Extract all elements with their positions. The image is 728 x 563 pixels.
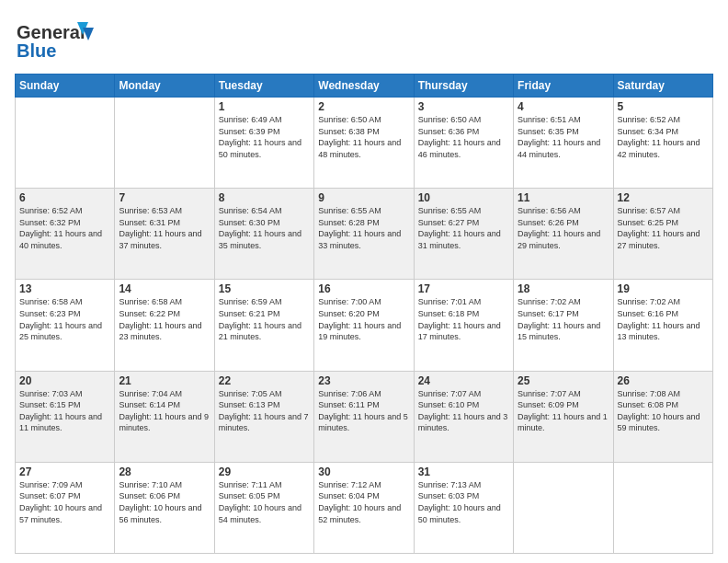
day-number: 24 <box>418 374 509 387</box>
calendar-cell: 19Sunrise: 7:02 AM Sunset: 6:16 PM Dayli… <box>613 280 712 371</box>
calendar-cell: 4Sunrise: 6:51 AM Sunset: 6:35 PM Daylig… <box>514 98 613 189</box>
col-thursday: Thursday <box>414 75 513 98</box>
calendar-cell: 24Sunrise: 7:07 AM Sunset: 6:10 PM Dayli… <box>414 371 513 462</box>
day-number: 31 <box>418 465 509 478</box>
day-number: 13 <box>19 282 110 295</box>
day-number: 1 <box>219 100 310 113</box>
calendar-week-row: 20Sunrise: 7:03 AM Sunset: 6:15 PM Dayli… <box>16 371 713 462</box>
day-number: 7 <box>119 191 210 204</box>
calendar-cell: 10Sunrise: 6:55 AM Sunset: 6:27 PM Dayli… <box>414 189 513 280</box>
day-number: 18 <box>518 282 609 295</box>
day-info: Sunrise: 6:53 AM Sunset: 6:31 PM Dayligh… <box>119 205 210 251</box>
calendar-table: Sunday Monday Tuesday Wednesday Thursday… <box>15 74 713 554</box>
day-number: 5 <box>618 100 709 113</box>
day-info: Sunrise: 7:04 AM Sunset: 6:14 PM Dayligh… <box>119 388 210 434</box>
day-number: 22 <box>219 374 310 387</box>
day-info: Sunrise: 7:13 AM Sunset: 6:03 PM Dayligh… <box>418 479 509 525</box>
calendar-cell: 14Sunrise: 6:58 AM Sunset: 6:22 PM Dayli… <box>115 280 214 371</box>
day-info: Sunrise: 7:02 AM Sunset: 6:17 PM Dayligh… <box>518 296 609 342</box>
day-info: Sunrise: 7:00 AM Sunset: 6:20 PM Dayligh… <box>318 296 409 342</box>
calendar-cell: 9Sunrise: 6:55 AM Sunset: 6:28 PM Daylig… <box>314 189 414 280</box>
calendar-cell: 20Sunrise: 7:03 AM Sunset: 6:15 PM Dayli… <box>16 371 115 462</box>
day-number: 10 <box>418 191 509 204</box>
calendar-cell: 17Sunrise: 7:01 AM Sunset: 6:18 PM Dayli… <box>414 280 513 371</box>
header: General Blue <box>15 15 713 66</box>
day-info: Sunrise: 6:54 AM Sunset: 6:30 PM Dayligh… <box>219 205 310 251</box>
calendar-cell: 28Sunrise: 7:10 AM Sunset: 6:06 PM Dayli… <box>115 462 214 553</box>
calendar-cell: 7Sunrise: 6:53 AM Sunset: 6:31 PM Daylig… <box>115 189 214 280</box>
day-number: 30 <box>318 465 409 478</box>
calendar-cell: 18Sunrise: 7:02 AM Sunset: 6:17 PM Dayli… <box>514 280 613 371</box>
day-info: Sunrise: 7:11 AM Sunset: 6:05 PM Dayligh… <box>219 479 310 525</box>
svg-text:General: General <box>17 22 85 42</box>
day-info: Sunrise: 6:49 AM Sunset: 6:39 PM Dayligh… <box>219 114 310 160</box>
calendar-cell: 22Sunrise: 7:05 AM Sunset: 6:13 PM Dayli… <box>214 371 313 462</box>
calendar-cell: 8Sunrise: 6:54 AM Sunset: 6:30 PM Daylig… <box>214 189 313 280</box>
calendar-header-row: Sunday Monday Tuesday Wednesday Thursday… <box>16 75 713 98</box>
calendar-cell: 23Sunrise: 7:06 AM Sunset: 6:11 PM Dayli… <box>314 371 414 462</box>
day-info: Sunrise: 6:57 AM Sunset: 6:25 PM Dayligh… <box>618 205 709 251</box>
day-number: 4 <box>518 100 609 113</box>
day-number: 29 <box>219 465 310 478</box>
calendar-cell: 6Sunrise: 6:52 AM Sunset: 6:32 PM Daylig… <box>16 189 115 280</box>
day-number: 2 <box>318 100 409 113</box>
day-info: Sunrise: 7:01 AM Sunset: 6:18 PM Dayligh… <box>418 296 509 342</box>
day-info: Sunrise: 6:50 AM Sunset: 6:36 PM Dayligh… <box>418 114 509 160</box>
day-info: Sunrise: 7:02 AM Sunset: 6:16 PM Dayligh… <box>618 296 709 342</box>
day-info: Sunrise: 6:52 AM Sunset: 6:34 PM Dayligh… <box>618 114 709 160</box>
day-info: Sunrise: 7:12 AM Sunset: 6:04 PM Dayligh… <box>318 479 409 525</box>
day-info: Sunrise: 6:58 AM Sunset: 6:23 PM Dayligh… <box>19 296 110 342</box>
calendar-week-row: 13Sunrise: 6:58 AM Sunset: 6:23 PM Dayli… <box>16 280 713 371</box>
day-number: 26 <box>618 374 709 387</box>
svg-text:Blue: Blue <box>17 40 56 61</box>
calendar-cell: 26Sunrise: 7:08 AM Sunset: 6:08 PM Dayli… <box>613 371 712 462</box>
day-number: 15 <box>219 282 310 295</box>
col-sunday: Sunday <box>16 75 115 98</box>
calendar-cell: 30Sunrise: 7:12 AM Sunset: 6:04 PM Dayli… <box>314 462 414 553</box>
day-info: Sunrise: 7:07 AM Sunset: 6:10 PM Dayligh… <box>418 388 509 434</box>
day-number: 11 <box>518 191 609 204</box>
day-info: Sunrise: 6:58 AM Sunset: 6:22 PM Dayligh… <box>119 296 210 342</box>
col-wednesday: Wednesday <box>314 75 414 98</box>
calendar-cell: 16Sunrise: 7:00 AM Sunset: 6:20 PM Dayli… <box>314 280 414 371</box>
calendar-cell: 21Sunrise: 7:04 AM Sunset: 6:14 PM Dayli… <box>115 371 214 462</box>
day-info: Sunrise: 7:07 AM Sunset: 6:09 PM Dayligh… <box>518 388 609 434</box>
day-info: Sunrise: 6:52 AM Sunset: 6:32 PM Dayligh… <box>19 205 110 251</box>
calendar-cell: 11Sunrise: 6:56 AM Sunset: 6:26 PM Dayli… <box>514 189 613 280</box>
day-info: Sunrise: 6:55 AM Sunset: 6:28 PM Dayligh… <box>318 205 409 251</box>
col-saturday: Saturday <box>613 75 712 98</box>
day-info: Sunrise: 7:03 AM Sunset: 6:15 PM Dayligh… <box>19 388 110 434</box>
day-number: 27 <box>19 465 110 478</box>
calendar-cell: 2Sunrise: 6:50 AM Sunset: 6:38 PM Daylig… <box>314 98 414 189</box>
day-info: Sunrise: 7:09 AM Sunset: 6:07 PM Dayligh… <box>19 479 110 525</box>
calendar-cell <box>613 462 712 553</box>
day-info: Sunrise: 7:08 AM Sunset: 6:08 PM Dayligh… <box>618 388 709 434</box>
day-number: 14 <box>119 282 210 295</box>
day-number: 16 <box>318 282 409 295</box>
calendar-cell: 1Sunrise: 6:49 AM Sunset: 6:39 PM Daylig… <box>214 98 313 189</box>
day-number: 23 <box>318 374 409 387</box>
calendar-week-row: 6Sunrise: 6:52 AM Sunset: 6:32 PM Daylig… <box>16 189 713 280</box>
day-number: 25 <box>518 374 609 387</box>
day-info: Sunrise: 7:10 AM Sunset: 6:06 PM Dayligh… <box>119 479 210 525</box>
day-number: 20 <box>19 374 110 387</box>
calendar-week-row: 1Sunrise: 6:49 AM Sunset: 6:39 PM Daylig… <box>16 98 713 189</box>
calendar-cell: 15Sunrise: 6:59 AM Sunset: 6:21 PM Dayli… <box>214 280 313 371</box>
calendar-cell: 31Sunrise: 7:13 AM Sunset: 6:03 PM Dayli… <box>414 462 513 553</box>
calendar-cell: 29Sunrise: 7:11 AM Sunset: 6:05 PM Dayli… <box>214 462 313 553</box>
logo: General Blue <box>15 15 116 66</box>
day-number: 21 <box>119 374 210 387</box>
day-info: Sunrise: 6:59 AM Sunset: 6:21 PM Dayligh… <box>219 296 310 342</box>
day-info: Sunrise: 6:55 AM Sunset: 6:27 PM Dayligh… <box>418 205 509 251</box>
day-number: 9 <box>318 191 409 204</box>
day-number: 28 <box>119 465 210 478</box>
day-number: 8 <box>219 191 310 204</box>
day-info: Sunrise: 7:05 AM Sunset: 6:13 PM Dayligh… <box>219 388 310 434</box>
calendar-cell <box>514 462 613 553</box>
calendar-week-row: 27Sunrise: 7:09 AM Sunset: 6:07 PM Dayli… <box>16 462 713 553</box>
col-friday: Friday <box>514 75 613 98</box>
col-tuesday: Tuesday <box>214 75 313 98</box>
calendar-cell: 12Sunrise: 6:57 AM Sunset: 6:25 PM Dayli… <box>613 189 712 280</box>
calendar-cell: 5Sunrise: 6:52 AM Sunset: 6:34 PM Daylig… <box>613 98 712 189</box>
page: General Blue Sunday Monday Tuesday Wedne… <box>0 0 728 563</box>
